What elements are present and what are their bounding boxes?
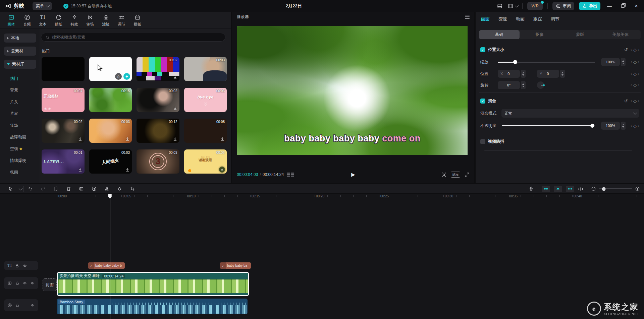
download-icon[interactable]	[125, 136, 130, 142]
media-item-smpte-bars[interactable]: 00:02	[137, 57, 179, 81]
opacity-stepper[interactable]	[621, 122, 626, 130]
sidebar-item-glitch[interactable]: 故障动画	[0, 131, 40, 143]
x-stepper[interactable]	[521, 70, 526, 78]
export-button[interactable]: 导出	[579, 2, 600, 10]
rotate-button[interactable]	[113, 186, 126, 192]
tab-audio[interactable]: 音频	[19, 14, 35, 27]
undo-button[interactable]	[24, 186, 37, 192]
media-item-bye-bye[interactable]: bye bye00:03	[184, 88, 227, 112]
download-icon[interactable]	[77, 167, 83, 173]
fullscreen-icon[interactable]	[464, 172, 470, 177]
scale-keyframe-icon[interactable]: ◇	[633, 60, 637, 65]
sidebar-item-intro[interactable]: 片头	[0, 96, 40, 108]
clip-list-icon[interactable]	[287, 173, 294, 177]
media-item-talking-man[interactable]: 00:03	[184, 57, 227, 81]
layout-panels-control[interactable]	[507, 3, 518, 9]
rotate-stepper[interactable]	[521, 81, 526, 89]
media-item-pink-blossom[interactable]: 开启美好00:04	[42, 88, 85, 112]
eye-icon[interactable]	[22, 281, 27, 285]
timeline-ruler[interactable]: 00:0000:0500:1000:1500:2000:2500:3000:35…	[0, 194, 644, 200]
zoom-out-icon[interactable]	[591, 186, 596, 191]
text-clip[interactable]: ♪ baby baby baby b	[88, 262, 125, 269]
menu-button[interactable]: 菜单	[33, 2, 52, 10]
sidebar-item-broll[interactable]: 空镜 ★	[0, 143, 40, 155]
zoom-in-icon[interactable]	[635, 186, 640, 191]
media-item-crying-man[interactable]: 00:08	[184, 119, 227, 143]
lock-icon[interactable]	[15, 281, 20, 285]
linkage-toggle[interactable]	[554, 186, 562, 192]
add-to-track-button[interactable]: +	[123, 73, 130, 80]
stabilize-checkbox[interactable]	[480, 139, 485, 144]
media-item-suit-men[interactable]: 00:02	[42, 119, 85, 143]
position-size-checkbox[interactable]: ✓	[480, 47, 485, 52]
inspector-subtab-beauty[interactable]: 美颜美体	[600, 30, 641, 39]
download-icon[interactable]	[172, 106, 178, 111]
speaker-icon[interactable]	[30, 281, 35, 285]
keyframe-next-icon[interactable]: ›	[638, 47, 639, 52]
inspector-tab-animation[interactable]: 动画	[516, 16, 525, 22]
inspector-subtab-basic[interactable]: 基础	[479, 30, 520, 39]
fit-button[interactable]: 适应	[451, 172, 460, 178]
y-field[interactable]: Y 0	[537, 70, 559, 78]
reverse-button[interactable]	[88, 186, 100, 192]
download-icon[interactable]	[125, 167, 130, 173]
tab-template[interactable]: 模板	[129, 14, 145, 27]
player-menu-icon[interactable]	[465, 15, 470, 19]
restore-button[interactable]	[619, 2, 627, 10]
rotate-keyframe-icon[interactable]: ◇	[633, 83, 637, 88]
keyframe-prev-icon[interactable]: ‹	[631, 47, 632, 52]
inspector-tab-speed[interactable]: 变速	[498, 16, 507, 22]
inspector-subtab-mask[interactable]: 蒙版	[560, 30, 600, 39]
minimize-button[interactable]: —	[605, 2, 614, 10]
opacity-value[interactable]: 100%	[601, 122, 620, 130]
reset-icon[interactable]: ↺	[624, 47, 628, 52]
preview-axis-toggle[interactable]	[566, 186, 574, 192]
media-item-black-clip[interactable]	[42, 57, 85, 81]
layout-bottom-icon[interactable]	[497, 3, 503, 9]
delete-button[interactable]	[62, 186, 75, 192]
crop-button[interactable]	[126, 186, 139, 192]
tab-effects[interactable]: 特效	[66, 14, 82, 27]
playhead[interactable]	[110, 194, 110, 319]
download-icon[interactable]	[220, 75, 225, 80]
download-icon[interactable]	[220, 136, 225, 142]
inspector-tab-tracking[interactable]: 跟踪	[533, 16, 542, 22]
select-tool-button[interactable]	[4, 186, 17, 192]
freeze-frame-button[interactable]	[75, 186, 88, 192]
text-clip[interactable]: ♪ baby baby ba	[220, 262, 251, 269]
sidebar-item-meme[interactable]: 情绪爆梗	[0, 155, 40, 167]
media-item-ink-title[interactable]: 人间烟火00:03	[89, 149, 132, 174]
media-item-white-clip[interactable]: ☆+	[89, 57, 132, 81]
sidebar-item-outro[interactable]: 片尾	[0, 108, 40, 120]
tab-sticker[interactable]: 贴纸	[51, 14, 66, 27]
scale-stepper[interactable]	[621, 58, 626, 66]
download-icon[interactable]	[219, 167, 225, 173]
record-voiceover-button[interactable]	[528, 186, 534, 192]
redo-button[interactable]	[37, 186, 49, 192]
mirror-button[interactable]	[100, 186, 113, 192]
cover-button[interactable]: 封面	[43, 278, 57, 291]
sidebar-item-asset-library[interactable]: 素材库	[4, 60, 36, 69]
media-item-countdown-3[interactable]: 300:03	[137, 149, 179, 174]
media-item-shower-cap-woman[interactable]: 00:02	[137, 88, 179, 112]
video-preview[interactable]: baby baby baby baby come on	[237, 26, 468, 155]
inspector-subtab-cutout[interactable]: 抠像	[520, 30, 560, 39]
position-keyframe-icon[interactable]: ◇	[633, 71, 637, 76]
media-item-gold-dust[interactable]: 00:12	[137, 119, 179, 143]
sidebar-item-transition[interactable]: 转场	[0, 120, 40, 131]
preview-quality-icon[interactable]	[441, 172, 447, 178]
blend-mode-select[interactable]: 正常	[501, 109, 639, 118]
inspector-tab-picture[interactable]: 画面	[481, 16, 490, 22]
sidebar-item-hot[interactable]: 热门	[0, 73, 40, 84]
snap-toggle[interactable]	[542, 186, 550, 192]
media-item-smiling-girl[interactable]: 00:03	[89, 119, 132, 143]
media-item-green-leaves[interactable]: 00:15	[89, 88, 132, 112]
tab-adjust[interactable]: 调节	[114, 14, 129, 27]
close-button[interactable]: ×	[632, 2, 641, 10]
review-button[interactable]: 审阅	[552, 2, 574, 10]
download-icon[interactable]	[172, 75, 178, 80]
rotate-knob[interactable]	[537, 81, 544, 89]
tab-transition[interactable]: 转场	[82, 14, 98, 27]
media-item-later-title[interactable]: LATER...00:01	[42, 149, 85, 174]
scale-slider[interactable]	[498, 62, 595, 63]
